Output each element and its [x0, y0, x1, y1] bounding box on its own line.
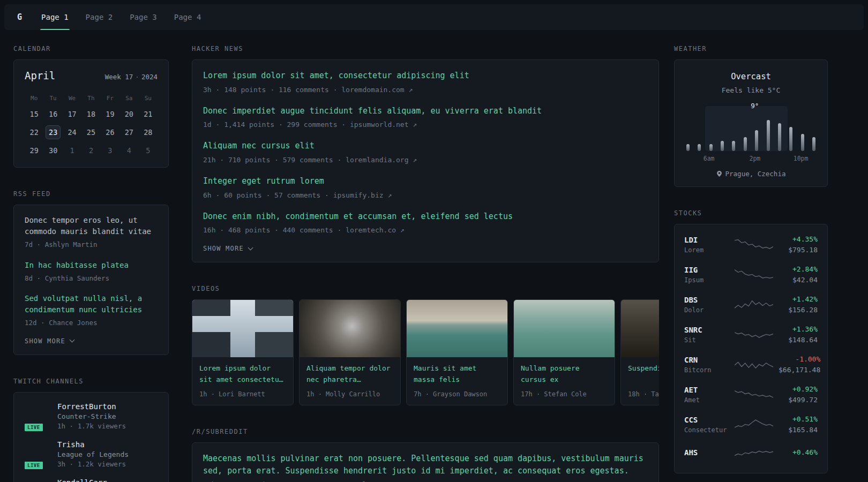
hn-item-link[interactable]: Lorem ipsum dolor sit amet, consectetur … [203, 70, 648, 82]
video-card[interactable]: Nullam posuere cursus ex 17h · Stefan Co… [513, 299, 615, 405]
stock-row[interactable]: LDI Lorem +4.35% $795.18 [684, 235, 818, 254]
hacker-news-card: Lorem ipsum dolor sit amet, consectetur … [192, 59, 659, 262]
tab-page-4[interactable]: Page 4 [173, 4, 203, 30]
stocks-widget: STOCKS LDI Lorem +4.35% $795.18 IIG [674, 209, 828, 473]
weather-bar [721, 141, 724, 151]
stock-info: DBS Dolor [684, 296, 729, 314]
video-card[interactable]: Suspendisse diam 18h · Tara [620, 299, 659, 405]
location-pin-icon [716, 170, 722, 177]
calendar-day: 27 [119, 125, 138, 139]
day-of-week-header: Mo [25, 93, 43, 103]
weather-card: Overcast Feels like 5°C 9° 6am 2pm 10pm … [674, 59, 828, 187]
hn-item-meta: 6h · 60 points · 57 comments · ipsumify.… [203, 191, 648, 200]
channel-info: Trisha League of Legends 3h · 1.2k viewe… [57, 440, 129, 468]
hn-item-link[interactable]: Donec imperdiet augue tincidunt felis al… [203, 105, 648, 117]
video-card[interactable]: Mauris sit amet massa felis 7h · Grayson… [406, 299, 508, 405]
hn-item-stats: 16h · 468 points · 440 comments · [203, 226, 346, 234]
reddit-post: Maecenas mollis pulvinar erat non posuer… [203, 453, 648, 482]
hn-item-meta: 21h · 710 points · 579 comments · loreml… [203, 155, 648, 165]
stock-row[interactable]: AHS +0.46% [684, 445, 818, 462]
weather-axis: 6am 2pm 10pm [685, 155, 817, 163]
stock-name: Amet [684, 396, 729, 404]
tab-page-3[interactable]: Page 3 [129, 4, 158, 30]
tab-page-2[interactable]: Page 2 [85, 4, 114, 30]
middle-column: HACKER NEWS Lorem ipsum dolor sit amet, … [192, 45, 659, 482]
video-body: Nullam posuere cursus ex 17h · Stefan Co… [514, 357, 615, 405]
tab-page-1[interactable]: Page 1 [40, 4, 70, 30]
rss-item-link[interactable]: Sed volutpat nulla nisl, a condimentum n… [25, 293, 158, 315]
hn-show-more-button[interactable]: SHOW MORE [203, 245, 252, 252]
twitch-channel-row[interactable]: LIVE KendallCarr [25, 478, 158, 482]
calendar-day: 17 [63, 107, 81, 121]
stock-row[interactable]: SNRC Sit +1.36% $148.64 [684, 325, 818, 344]
video-card[interactable]: Aliquam tempor dolor nec pharetra… 1h · … [299, 299, 401, 405]
live-badge: LIVE [23, 480, 44, 482]
stock-name: Ipsum [684, 276, 729, 284]
stock-sparkline [735, 416, 773, 433]
stock-values: +1.42% $156.28 [779, 295, 818, 314]
rss-item: In hac habitasse platea 8d · Cynthia Sau… [25, 260, 158, 283]
stocks-card: LDI Lorem +4.35% $795.18 IIG Ipsum [674, 224, 828, 473]
rss-show-more-button[interactable]: SHOW MORE [25, 337, 74, 345]
stock-sparkline [735, 266, 773, 283]
weather-location: Prague, Czechia [685, 170, 817, 178]
calendar-day: 16 [43, 107, 62, 121]
twitch-card: LIVE ForrestBurton Counter-Strike 1h · 1… [13, 392, 169, 482]
weather-bar [686, 144, 690, 151]
hn-item-source-link[interactable]: ipsumworld.net ↗ [350, 120, 417, 129]
rss-item-link[interactable]: Donec tempor eros leo, ut commodo mauris… [25, 215, 158, 237]
app-logo: G [17, 12, 22, 22]
stock-values: +0.51% $165.84 [779, 415, 818, 434]
weather-bar [801, 134, 804, 151]
stock-symbol: CRN [684, 356, 729, 364]
hn-item-stats: 3h · 148 points · 116 comments · [203, 86, 341, 94]
calendar-day: 26 [101, 125, 119, 139]
twitch-channel-row[interactable]: LIVE Trisha League of Legends 3h · 1.2k … [25, 440, 158, 468]
stock-info: SNRC Sit [684, 326, 729, 344]
rss-item-link[interactable]: In hac habitasse platea [25, 260, 158, 271]
stock-row[interactable]: CRN Bitcorn -1.00% $66,171.48 [684, 355, 818, 374]
stock-name: Lorem [684, 246, 729, 254]
hn-item-link[interactable]: Donec enim nibh, condimentum et accumsan… [203, 210, 648, 223]
stock-symbol: AET [684, 386, 729, 394]
video-body: Mauris sit amet massa felis 7h · Grayson… [407, 357, 507, 405]
hn-item-source-link[interactable]: loremdomain.com ↗ [341, 86, 413, 94]
top-navigation-bar: G Page 1 Page 2 Page 3 Page 4 [4, 4, 864, 30]
hn-item-source-link[interactable]: loremtech.co ↗ [346, 226, 405, 234]
channel-meta: 3h · 1.2k viewers [57, 460, 129, 468]
stock-change: +2.84% [779, 265, 818, 273]
stock-row[interactable]: IIG Ipsum +2.84% $42.04 [684, 265, 818, 284]
videos-widget-title: VIDEOS [192, 285, 659, 292]
calendar-week: Week 17 [105, 73, 133, 81]
reddit-post-link[interactable]: Maecenas mollis pulvinar erat non posuer… [203, 453, 648, 477]
avatar-wrap: LIVE [25, 478, 49, 482]
hn-item-source-link[interactable]: loremlandia.org ↗ [346, 156, 417, 164]
day-of-week-header: Su [139, 93, 158, 103]
weather-bar-chart: 9° [685, 102, 817, 151]
weather-bar [732, 141, 735, 151]
separator-dot: · [133, 73, 141, 81]
calendar-year: 2024 [141, 73, 158, 81]
day-of-week-header: Fr [101, 93, 119, 103]
stock-row[interactable]: CCS Consectetur +0.51% $165.84 [684, 415, 818, 434]
calendar-day: 30 [43, 144, 62, 157]
calendar-day-next-month: 5 [139, 144, 158, 157]
video-title: Lorem ipsum dolor sit amet consectetu… [199, 363, 286, 386]
channel-name: ForrestBurton [57, 402, 126, 411]
stock-info: CCS Consectetur [684, 416, 729, 434]
calendar-day: 19 [101, 107, 119, 121]
hn-item-link[interactable]: Integer eget rutrum lorem [203, 175, 648, 187]
video-body: Lorem ipsum dolor sit amet consectetu… 1… [192, 357, 293, 405]
stock-price: $66,171.48 [779, 366, 820, 374]
hn-item-link[interactable]: Aliquam nec cursus elit [203, 140, 648, 152]
calendar-day-selected: 23 [46, 125, 60, 139]
hn-item-source-link[interactable]: ipsumify.biz ↗ [333, 191, 392, 199]
twitch-channel-row[interactable]: LIVE ForrestBurton Counter-Strike 1h · 1… [25, 402, 158, 430]
video-meta: 17h · Stefan Cole [521, 390, 608, 398]
weather-bar [789, 127, 792, 151]
video-card[interactable]: Lorem ipsum dolor sit amet consectetu… 1… [192, 299, 294, 405]
calendar-day: 25 [81, 125, 100, 139]
stock-row[interactable]: AET Amet +0.92% $499.72 [684, 385, 818, 404]
rss-item: Donec tempor eros leo, ut commodo mauris… [25, 215, 158, 250]
stock-row[interactable]: DBS Dolor +1.42% $156.28 [684, 295, 818, 314]
